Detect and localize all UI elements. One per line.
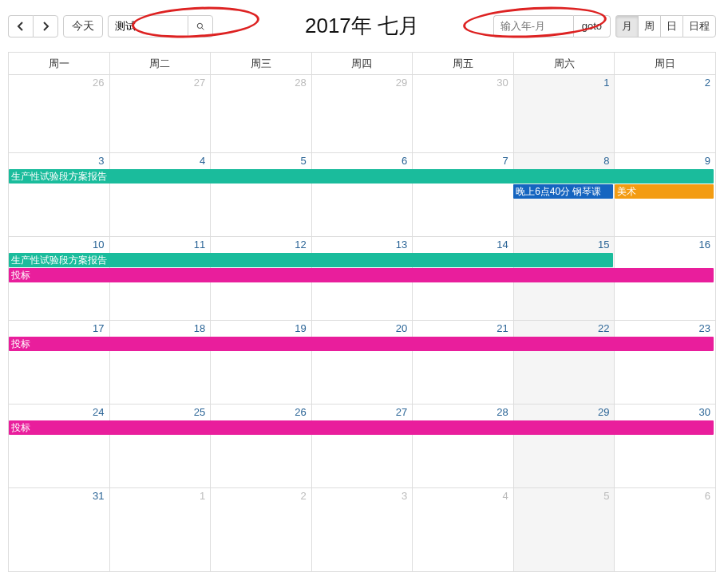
- day-cell[interactable]: 29: [513, 404, 615, 488]
- day-cell[interactable]: 30: [413, 75, 514, 153]
- day-cell[interactable]: 28: [211, 75, 312, 153]
- toolbar: 今天 2017年 七月 goto 月 周 日 日程: [8, 12, 716, 40]
- day-number: 24: [9, 404, 109, 420]
- day-number: 8: [514, 153, 615, 168]
- search-input[interactable]: [108, 15, 188, 37]
- day-number: 6: [312, 153, 413, 168]
- day-cell[interactable]: 21: [413, 321, 514, 404]
- view-month[interactable]: 月: [615, 15, 638, 37]
- day-number: 26: [9, 75, 109, 90]
- weekday-header: 周一: [9, 53, 110, 75]
- view-day[interactable]: 日: [660, 15, 682, 37]
- search-icon: [196, 21, 204, 32]
- calendar-event[interactable]: 投标: [9, 268, 714, 282]
- day-cell[interactable]: 4: [413, 488, 514, 572]
- calendar-wrap: 周一周二周三周四周五周六周日 2627282930123456789101112…: [8, 52, 716, 572]
- day-number: 27: [110, 75, 211, 90]
- day-cell[interactable]: 26: [211, 404, 312, 488]
- day-number: 6: [615, 488, 715, 503]
- day-cell[interactable]: 19: [211, 321, 312, 404]
- day-cell[interactable]: 1: [513, 75, 615, 153]
- chevron-left-icon: [17, 22, 25, 31]
- calendar-grid: 周一周二周三周四周五周六周日 2627282930123456789101112…: [8, 52, 716, 572]
- svg-line-1: [202, 27, 204, 30]
- view-agenda[interactable]: 日程: [682, 15, 716, 37]
- day-cell[interactable]: 3: [311, 488, 413, 572]
- day-cell[interactable]: 6: [311, 153, 413, 237]
- weekday-header: 周六: [513, 53, 615, 75]
- day-cell[interactable]: 24: [9, 404, 110, 488]
- view-week[interactable]: 周: [638, 15, 660, 37]
- toolbar-right: goto 月 周 日 日程: [493, 15, 716, 37]
- day-cell[interactable]: 30: [615, 404, 716, 488]
- day-cell[interactable]: 25: [109, 404, 211, 488]
- day-cell[interactable]: 1: [109, 488, 211, 572]
- day-number: 29: [514, 404, 615, 420]
- day-number: 4: [413, 488, 513, 503]
- day-number: 30: [615, 404, 715, 420]
- day-cell[interactable]: 5: [211, 153, 312, 237]
- calendar-event[interactable]: 投标: [9, 337, 714, 351]
- day-number: 10: [9, 237, 109, 252]
- day-cell[interactable]: 27: [311, 404, 413, 488]
- day-cell[interactable]: 4: [109, 153, 211, 237]
- nav-buttons: [8, 15, 58, 37]
- day-number: 28: [211, 75, 311, 90]
- calendar-event[interactable]: 生产性试验段方案报告: [9, 169, 714, 184]
- today-button[interactable]: 今天: [63, 15, 103, 37]
- chevron-right-icon: [42, 22, 49, 31]
- day-number: 25: [110, 404, 211, 420]
- day-number: 19: [211, 321, 311, 336]
- day-cell[interactable]: 23: [615, 321, 716, 404]
- weekday-header: 周四: [311, 53, 413, 75]
- day-number: 7: [413, 153, 513, 168]
- goto-button[interactable]: goto: [573, 15, 611, 37]
- day-number: 13: [312, 237, 413, 252]
- day-cell[interactable]: 3: [9, 153, 110, 237]
- weekday-header: 周三: [211, 53, 312, 75]
- svg-point-0: [197, 23, 202, 28]
- calendar-event[interactable]: 生产性试验段方案报告: [9, 253, 613, 267]
- day-number: 1: [110, 488, 211, 503]
- day-number: 1: [514, 75, 615, 90]
- day-number: 30: [413, 75, 513, 90]
- calendar-event[interactable]: 美术: [615, 184, 714, 199]
- day-cell[interactable]: 26: [9, 75, 110, 153]
- view-switch: 月 周 日 日程: [615, 15, 716, 37]
- goto-group: goto: [493, 15, 611, 37]
- day-number: 28: [413, 404, 513, 420]
- prev-button[interactable]: [8, 15, 33, 37]
- goto-input[interactable]: [493, 15, 573, 37]
- day-cell[interactable]: 29: [311, 75, 413, 153]
- search-group: [108, 15, 213, 37]
- day-cell[interactable]: 7: [413, 153, 514, 237]
- calendar-event[interactable]: 投标: [9, 420, 714, 435]
- day-number: 11: [110, 237, 211, 252]
- day-cell[interactable]: 5: [513, 488, 615, 572]
- day-number: 2: [615, 75, 715, 90]
- day-number: 2: [211, 488, 311, 503]
- day-cell[interactable]: 31: [9, 488, 110, 572]
- day-number: 3: [9, 153, 109, 168]
- day-cell[interactable]: 18: [109, 321, 211, 404]
- day-number: 17: [9, 321, 109, 336]
- weekday-header: 周二: [109, 53, 211, 75]
- day-number: 26: [211, 404, 311, 420]
- day-number: 23: [615, 321, 715, 336]
- next-button[interactable]: [33, 15, 58, 37]
- calendar-event[interactable]: 晚上6点40分 钢琴课: [513, 184, 612, 199]
- weekday-header: 周日: [615, 53, 716, 75]
- day-cell[interactable]: 6: [615, 488, 716, 572]
- day-number: 4: [110, 153, 211, 168]
- day-number: 21: [413, 321, 513, 336]
- day-number: 31: [9, 488, 109, 503]
- day-number: 22: [514, 321, 615, 336]
- day-cell[interactable]: 27: [109, 75, 211, 153]
- day-cell[interactable]: 2: [615, 75, 716, 153]
- day-cell[interactable]: 28: [413, 404, 514, 488]
- day-cell[interactable]: 22: [513, 321, 615, 404]
- day-cell[interactable]: 20: [311, 321, 413, 404]
- search-button[interactable]: [188, 15, 213, 37]
- day-cell[interactable]: 2: [211, 488, 312, 572]
- day-cell[interactable]: 17: [9, 321, 110, 404]
